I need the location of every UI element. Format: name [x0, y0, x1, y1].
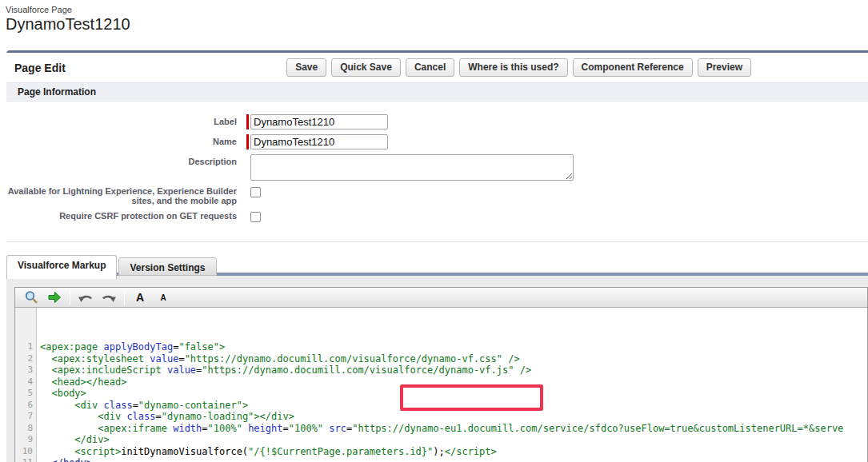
name-field[interactable]	[250, 134, 388, 149]
object-type-label: Visualforce Page	[6, 5, 868, 14]
section-header: Page Information	[6, 82, 868, 102]
code-lines[interactable]: 1<apex:page applyBodyTag="false">2 <apex…	[15, 308, 867, 462]
page-title: DynamoTest1210	[6, 15, 868, 34]
code-line[interactable]: 10 <script>initDynamoVisualforce("/{!$Cu…	[15, 446, 867, 458]
tab-version-settings[interactable]: Version Settings	[118, 257, 216, 276]
label-field[interactable]	[250, 114, 388, 129]
save-button[interactable]: Save	[286, 58, 326, 77]
page-edit-header: Page Edit SaveQuick SaveCancelWhere is t…	[6, 53, 868, 82]
label-field-label: Label	[6, 114, 246, 129]
line-number: 8	[15, 423, 36, 435]
code-line[interactable]: 6 <div class="dynamo-container">	[15, 400, 867, 412]
description-field-row: Description	[6, 154, 868, 181]
line-number: 3	[15, 364, 36, 376]
go-to-line-icon[interactable]	[46, 290, 62, 305]
cancel-button[interactable]: Cancel	[406, 58, 454, 77]
editor-toolbar: A A	[15, 288, 867, 308]
page-header: Visualforce Page DynamoTest1210	[6, 5, 868, 34]
component-reference-button[interactable]: Component Reference	[573, 58, 693, 77]
lightning-availability-label: Available for Lightning Experience, Expe…	[6, 185, 246, 205]
preview-button[interactable]: Preview	[698, 58, 751, 77]
csrf-protection-label: Require CSRF protection on GET requests	[6, 210, 246, 222]
line-number: 6	[15, 400, 36, 412]
code-line[interactable]: 7 <div class="dynamo-loading"></div>	[15, 411, 867, 423]
code-line[interactable]: 4 <head></head>	[15, 376, 867, 388]
toolbar-divider	[124, 290, 125, 305]
redo-icon[interactable]	[101, 290, 117, 305]
code-line[interactable]: 11 </body>	[15, 457, 867, 462]
line-number: 9	[15, 434, 36, 446]
required-indicator	[246, 114, 249, 129]
line-number: 2	[15, 353, 36, 365]
description-field[interactable]	[250, 154, 574, 181]
required-indicator	[246, 134, 249, 149]
code-line[interactable]: 5 <body>	[15, 388, 867, 400]
line-number: 10	[15, 446, 36, 458]
code-line[interactable]: 3 <apex:includeScript value="https://dyn…	[15, 364, 867, 376]
line-number: 5	[15, 388, 36, 400]
line-number: 1	[15, 341, 36, 353]
toolbar-divider	[70, 290, 70, 305]
label-field-row: Label	[6, 114, 868, 129]
code-line[interactable]: 2 <apex:stylesheet value="https://dynamo…	[15, 353, 867, 365]
where-is-this-used-button[interactable]: Where is this used?	[459, 58, 567, 77]
page-edit-panel: Page Edit SaveQuick SaveCancelWhere is t…	[6, 50, 868, 242]
page-edit-actions: SaveQuick SaveCancelWhere is this used?C…	[286, 58, 751, 77]
increase-font-icon[interactable]: A	[132, 290, 148, 305]
decrease-font-icon[interactable]: A	[155, 290, 171, 305]
code-editor: A A 1<apex:page applyBodyTag="false">2 <…	[14, 287, 868, 462]
name-field-row: Name	[6, 134, 868, 149]
tab-underline-bar	[115, 273, 868, 276]
tab-visualforce-markup[interactable]: Visualforce Markup	[6, 255, 117, 279]
line-number: 4	[15, 376, 36, 388]
tab-strip: Visualforce MarkupVersion Settings	[6, 256, 868, 276]
lightning-availability-row: Available for Lightning Experience, Expe…	[6, 185, 868, 205]
search-icon[interactable]	[23, 290, 39, 305]
quick-save-button[interactable]: Quick Save	[331, 58, 401, 77]
code-line[interactable]: 1<apex:page applyBodyTag="false">	[15, 341, 867, 353]
page-edit-title: Page Edit	[14, 62, 66, 74]
undo-icon[interactable]	[78, 290, 94, 305]
name-field-label: Name	[6, 134, 246, 149]
line-number: 7	[15, 411, 36, 423]
visualforce-markup-panel: A A 1<apex:page applyBodyTag="false">2 <…	[6, 276, 868, 462]
csrf-protection-checkbox[interactable]	[250, 212, 261, 222]
page-information-form: Label Name Description Available for Lig…	[6, 102, 868, 241]
lightning-availability-checkbox[interactable]	[250, 187, 261, 197]
code-line[interactable]: 8 <apex:iframe width="100%" height="100%…	[15, 423, 867, 435]
line-number: 11	[15, 457, 36, 462]
description-field-label: Description	[6, 154, 246, 181]
csrf-protection-row: Require CSRF protection on GET requests	[6, 210, 868, 222]
code-line[interactable]: 9 </div>	[15, 434, 867, 446]
